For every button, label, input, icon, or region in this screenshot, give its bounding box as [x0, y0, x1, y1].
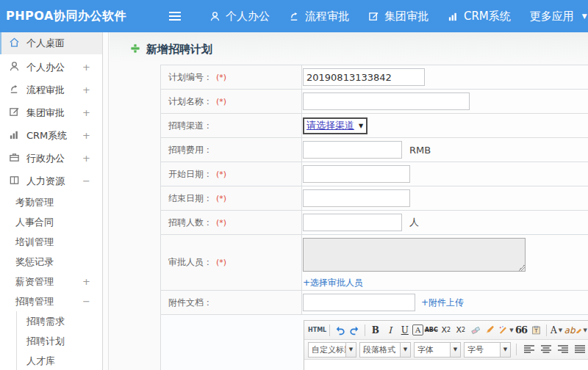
- unit-suffix: 人: [409, 216, 419, 229]
- field-label: 结束日期：: [168, 192, 212, 205]
- field-label: 审批人员：: [168, 256, 212, 269]
- redo-icon[interactable]: [348, 323, 362, 338]
- resize-handle-icon[interactable]: [518, 264, 525, 271]
- caret-down-icon: ▼: [450, 343, 460, 357]
- font-family-select[interactable]: 字体 ▼: [414, 342, 461, 358]
- richtext-editor: HTML B I U A ABC X2 X2 ▼: [304, 320, 588, 370]
- top-menu-workflow-approval[interactable]: 流程审批: [279, 0, 359, 32]
- expand-minus-icon[interactable]: −: [82, 175, 90, 186]
- plus-icon: [130, 43, 140, 57]
- font-size-select[interactable]: 字号 ▼: [464, 342, 511, 358]
- sidebar-item-recruit-mgmt[interactable]: 招聘管理 −: [0, 291, 102, 311]
- end-date-input[interactable]: [303, 189, 410, 207]
- book-icon: [9, 175, 20, 188]
- paragraph-format-select[interactable]: 段落格式 ▼: [359, 342, 411, 358]
- superscript-button[interactable]: X2: [439, 323, 453, 338]
- expand-plus-icon[interactable]: +: [82, 84, 90, 95]
- channel-select[interactable]: 请选择渠道 ▼: [303, 117, 368, 134]
- html-source-button[interactable]: HTML: [308, 323, 326, 338]
- caret-down-icon: ▼: [559, 327, 562, 333]
- user-icon: [9, 61, 20, 74]
- form-row-headcount: 招聘人数： (*) 人: [161, 211, 588, 235]
- italic-button[interactable]: I: [383, 323, 397, 338]
- plan-name-input[interactable]: [303, 92, 470, 110]
- align-justify-icon[interactable]: [573, 342, 587, 357]
- attachment-input[interactable]: [303, 294, 415, 311]
- custom-heading-select[interactable]: 自定义标题 ▼: [308, 342, 356, 358]
- select-approvers-link[interactable]: +选择审批人员: [303, 277, 363, 289]
- currency-suffix: RMB: [409, 145, 431, 156]
- top-menu-personal-office[interactable]: 个人办公: [200, 0, 279, 32]
- font-color-button[interactable]: A▼: [550, 323, 564, 338]
- format-brush-icon[interactable]: [483, 323, 497, 338]
- hamburger-menu-icon[interactable]: [169, 12, 181, 21]
- sidebar-item-recruit-demand[interactable]: 招聘需求: [0, 311, 102, 331]
- bold-button[interactable]: B: [368, 323, 382, 338]
- sidebar-item-desktop[interactable]: 个人桌面: [0, 32, 102, 54]
- bar-chart-icon: [448, 11, 459, 22]
- expand-minus-icon[interactable]: −: [82, 296, 90, 307]
- cost-input[interactable]: [303, 141, 402, 159]
- sidebar-item-personal-office[interactable]: 个人办公 +: [0, 56, 102, 79]
- approvers-textarea[interactable]: [303, 238, 526, 272]
- align-right-icon[interactable]: [556, 342, 570, 357]
- sidebar-item-admin-office[interactable]: 行政办公 +: [0, 147, 102, 170]
- form-row-plan-number: 计划编号： (*): [161, 65, 588, 90]
- top-bar: PHPOA协同办公软件 个人办公 流程审批 集团审批 CRM系统 更多应用 ▼: [0, 0, 588, 32]
- headcount-input[interactable]: [303, 214, 402, 231]
- strikethrough-button[interactable]: ABC: [424, 323, 438, 338]
- sidebar-item-hr-contract[interactable]: 人事合同: [0, 212, 102, 232]
- sidebar-item-attendance[interactable]: 考勤管理: [0, 192, 102, 212]
- sidebar-item-hr[interactable]: 人力资源 −: [0, 170, 102, 192]
- underline-button[interactable]: U: [398, 323, 412, 338]
- recruit-plan-form: 计划编号： (*) 计划名称： (*) 招聘渠道： 请选择渠道: [160, 65, 588, 370]
- expand-plus-icon[interactable]: +: [82, 107, 90, 118]
- sidebar-item-training[interactable]: 培训管理: [0, 232, 102, 252]
- eraser-icon[interactable]: [468, 323, 482, 338]
- main-content: 新增招聘计划 计划编号： (*) 计划名称： (*) 招聘渠道：: [110, 32, 588, 370]
- paste-text-icon[interactable]: T: [529, 323, 543, 338]
- app-logo[interactable]: PHPOA协同办公软件: [0, 9, 126, 24]
- start-date-input[interactable]: [303, 165, 410, 183]
- sidebar-item-talent-pool[interactable]: 人才库: [0, 351, 102, 370]
- format-painter-icon[interactable]: ▼: [498, 323, 513, 338]
- expand-plus-icon[interactable]: +: [82, 62, 90, 73]
- highlight-color-button[interactable]: ab▼: [564, 323, 587, 338]
- home-icon: [9, 37, 20, 50]
- top-menu: 个人办公 流程审批 集团审批 CRM系统 更多应用 ▼: [200, 0, 588, 32]
- required-marker: (*): [216, 73, 226, 82]
- field-label: 招聘渠道：: [168, 120, 212, 132]
- align-left-icon[interactable]: [522, 342, 536, 357]
- blockquote-button[interactable]: 66: [514, 323, 528, 338]
- field-label: 计划名称：: [168, 95, 212, 108]
- field-label: 招聘人数：: [168, 217, 212, 229]
- sidebar-item-group-approval[interactable]: 集团审批 +: [0, 101, 102, 124]
- sidebar: 个人桌面 个人办公 + 流程审批 + 集团审批 + CRM系统 + 行政办公 +…: [0, 32, 103, 370]
- sidebar-divider: [104, 32, 109, 370]
- align-center-icon[interactable]: [539, 342, 553, 357]
- form-row-attachment: 附件文档： +附件上传: [161, 291, 588, 315]
- sidebar-item-salary[interactable]: 薪资管理 +: [0, 272, 102, 291]
- font-style-button[interactable]: A: [412, 324, 423, 335]
- flow-icon: [9, 84, 20, 97]
- sidebar-item-rewards[interactable]: 奖惩记录: [0, 252, 102, 272]
- expand-plus-icon[interactable]: +: [82, 276, 90, 287]
- sidebar-item-recruit-plan[interactable]: 招聘计划: [0, 331, 102, 351]
- top-menu-group-approval[interactable]: 集团审批: [359, 0, 438, 32]
- form-row-start-date: 开始日期： (*): [161, 162, 588, 186]
- undo-icon[interactable]: [333, 323, 347, 338]
- edit-square-icon: [368, 11, 379, 22]
- form-row-end-date: 结束日期： (*): [161, 186, 588, 211]
- sidebar-item-crm[interactable]: CRM系统 +: [0, 124, 102, 147]
- caret-down-icon: ▼: [584, 327, 587, 333]
- editor-content-area[interactable]: [304, 360, 588, 370]
- sidebar-item-workflow-approval[interactable]: 流程审批 +: [0, 79, 102, 101]
- user-icon: [209, 11, 220, 22]
- attachment-upload-link[interactable]: +附件上传: [421, 297, 464, 309]
- top-menu-crm[interactable]: CRM系统: [438, 0, 520, 32]
- expand-plus-icon[interactable]: +: [82, 130, 90, 141]
- plan-number-input[interactable]: [303, 68, 425, 86]
- expand-plus-icon[interactable]: +: [82, 153, 90, 164]
- top-menu-more-apps[interactable]: 更多应用 ▼: [520, 0, 588, 32]
- subscript-button[interactable]: X2: [453, 323, 467, 338]
